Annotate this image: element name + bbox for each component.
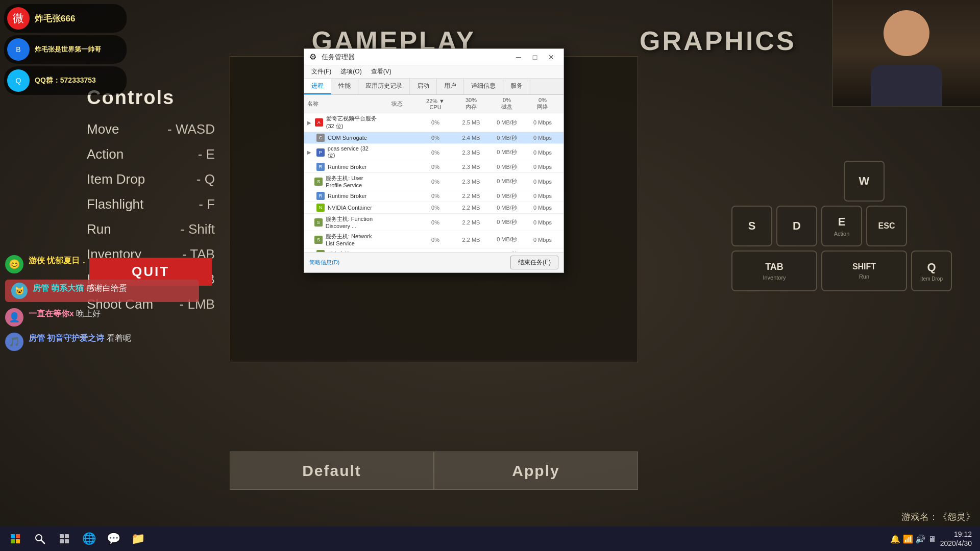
search-button[interactable] — [29, 528, 51, 550]
control-move-label: Move — [87, 121, 119, 137]
table-row[interactable]: N NVIDIA Container 0% 2.2 MB 0 MB/秒 0 Mb… — [304, 202, 564, 214]
profile-weibo-name: 炸毛张666 — [35, 13, 75, 24]
chat-item-1: 😊 游侠 忧郁夏日． — [5, 255, 209, 273]
table-row[interactable]: S 服务主机: Network List Service 0% 2.2 MB 0… — [304, 231, 564, 248]
task-manager-icon: ⚙ — [309, 52, 316, 62]
table-row[interactable]: R Runtime Broker 0% 2.2 MB 0 MB/秒 0 Mbps — [304, 190, 564, 202]
bottom-buttons-container: Default Apply — [230, 452, 638, 490]
webcam-display — [832, 0, 980, 107]
chat-text-3: 一直在等你x 晚上好 — [29, 308, 101, 319]
chat-overlay: 😊 游侠 忧郁夏日． 🐱 房管 萌系大猫 感谢白给蛋 👤 一直在等你x 晚上好 … — [0, 250, 214, 362]
taskbar-time: 19:12 2020/4/30 — [940, 530, 972, 548]
profile-qq: Q QQ群：572333753 — [4, 66, 127, 95]
key-w: W — [844, 161, 885, 202]
task-manager-tabs: 进程 性能 应用历史记录 启动 用户 详细信息 服务 — [304, 79, 564, 95]
chat-avatar-2: 🐱 — [11, 283, 28, 299]
table-row[interactable]: S 服务主机: IP Helper 0% 2.1 MB 0 MB/秒 0 Mbp… — [304, 248, 564, 252]
control-action: Action - E — [87, 146, 215, 162]
key-d: D — [776, 206, 817, 246]
svg-rect-7 — [65, 534, 69, 538]
control-run-label: Run — [87, 221, 111, 237]
maximize-button[interactable]: □ — [528, 52, 542, 63]
svg-rect-0 — [11, 534, 15, 538]
end-task-button[interactable]: 结束任务(E) — [510, 256, 558, 269]
game-info: 游戏名：《怨灵》 — [901, 511, 975, 523]
profile-weibo: 微 炸毛张666 — [4, 4, 127, 33]
folder-button[interactable]: 📁 — [127, 528, 149, 550]
key-esc: ESC — [866, 206, 907, 246]
chat-avatar-4: 🎵 — [5, 333, 23, 351]
table-row[interactable]: S 服务主机: Function Discovery ... 0% 2.2 MB… — [304, 214, 564, 231]
tab-app-history[interactable]: 应用历史记录 — [358, 79, 410, 94]
table-row[interactable]: ▶ A 爱奇艺视频平台服务 (32 位) 0% 2.5 MB 0 MB/秒 0 … — [304, 113, 564, 132]
tab-services[interactable]: 服务 — [503, 79, 530, 94]
profile-qq-name: QQ群：572333753 — [35, 76, 96, 85]
task-manager-menubar: 文件(F) 选项(O) 查看(V) — [304, 65, 564, 79]
control-run-key: - Shift — [180, 221, 215, 237]
svg-line-5 — [41, 540, 45, 544]
chat-avatar-3: 👤 — [5, 308, 23, 327]
table-row[interactable]: S 服务主机: User Profile Service 0% 2.3 MB 0… — [304, 173, 564, 190]
svg-rect-8 — [60, 539, 64, 543]
qq-button[interactable]: 💬 — [102, 528, 125, 550]
chat-item-3: 👤 一直在等你x 晚上好 — [5, 308, 209, 327]
taskbar: 🌐 💬 📁 🔔 📶 🔊 🖥 19:12 2020/4/30 — [0, 527, 980, 551]
chat-item-4: 🎵 房管 初音守护爱之诗 看着呢 — [5, 333, 209, 351]
control-run: Run - Shift — [87, 221, 215, 237]
control-move: Move - WASD — [87, 121, 215, 137]
profile-bilibili-name: 炸毛张是世界第一帅哥 — [35, 45, 101, 54]
profile-weibo-avatar: 微 — [7, 7, 30, 30]
tab-startup[interactable]: 启动 — [410, 79, 437, 94]
tab-details[interactable]: 详细信息 — [464, 79, 503, 94]
control-action-label: Action — [87, 146, 124, 162]
col-name[interactable]: 名称 — [307, 100, 377, 108]
svg-rect-6 — [60, 534, 64, 538]
chat-avatar-1: 😊 — [5, 255, 23, 273]
col-status[interactable]: 状态 — [377, 100, 418, 108]
col-memory[interactable]: 30% 内存 — [453, 97, 489, 111]
control-action-key: - E — [198, 146, 215, 162]
streamer-profiles: 微 炸毛张666 B 炸毛张是世界第一帅哥 Q QQ群：572333753 — [0, 0, 131, 99]
chat-item-2: 🐱 房管 萌系大猫 感谢白给蛋 — [5, 280, 209, 302]
minimize-button[interactable]: ─ — [511, 52, 526, 63]
col-network[interactable]: 0% 网络 — [525, 97, 560, 111]
col-cpu[interactable]: 22% ▼ CPU — [418, 98, 453, 110]
table-row[interactable]: R Runtime Broker 0% 2.3 MB 0 MB/秒 0 Mbps — [304, 161, 564, 173]
keyboard-display: W S D E Action ESC TAB Inventory SHIFT R… — [731, 161, 952, 291]
tab-users[interactable]: 用户 — [437, 79, 464, 94]
details-link[interactable]: 简略信息(D) — [309, 259, 339, 266]
tab-process[interactable]: 进程 — [304, 79, 331, 94]
taskbar-right: 🔔 📶 🔊 🖥 19:12 2020/4/30 — [890, 530, 976, 548]
menu-view[interactable]: 查看(V) — [367, 66, 396, 77]
control-item-drop: Item Drop - Q — [87, 171, 215, 187]
start-button[interactable] — [4, 528, 27, 550]
col-disk[interactable]: 0% 磁盘 — [489, 97, 525, 111]
taskbar-icons: 🔔 📶 🔊 🖥 — [890, 534, 936, 544]
key-q: Q Item Drop — [911, 251, 952, 291]
control-item-drop-key: - Q — [197, 171, 215, 187]
svg-rect-3 — [16, 539, 20, 543]
table-row[interactable]: C COM Surrogate 0% 2.4 MB 0 MB/秒 0 Mbps — [304, 132, 564, 144]
key-tab: TAB Inventory — [731, 251, 817, 291]
svg-rect-9 — [65, 539, 69, 543]
task-view-button[interactable] — [53, 528, 76, 550]
chat-text-4: 房管 初音守护爱之诗 看着呢 — [29, 333, 131, 344]
task-manager-footer: 简略信息(D) 结束任务(E) — [304, 252, 564, 272]
apply-button[interactable]: Apply — [434, 452, 638, 490]
table-row[interactable]: ▶ P pcas service (32 位) 0% 2.3 MB 0 MB/秒… — [304, 144, 564, 161]
profile-qq-avatar: Q — [7, 69, 30, 92]
close-button[interactable]: ✕ — [544, 52, 558, 63]
menu-file[interactable]: 文件(F) — [307, 66, 335, 77]
profile-bilibili: B 炸毛张是世界第一帅哥 — [4, 35, 127, 64]
menu-options[interactable]: 选项(O) — [336, 66, 365, 77]
tab-performance[interactable]: 性能 — [331, 79, 358, 94]
profile-bilibili-avatar: B — [7, 38, 30, 61]
default-button[interactable]: Default — [230, 452, 434, 490]
browser-button[interactable]: 🌐 — [78, 528, 100, 550]
webcam-person — [833, 0, 980, 106]
control-flashlight-label: Flashlight — [87, 196, 143, 212]
process-list: ▶ A 爱奇艺视频平台服务 (32 位) 0% 2.5 MB 0 MB/秒 0 … — [304, 113, 564, 252]
key-s: S — [731, 206, 772, 246]
svg-rect-2 — [11, 539, 15, 543]
task-manager-titlebar: ⚙ 任务管理器 ─ □ ✕ — [304, 49, 564, 65]
